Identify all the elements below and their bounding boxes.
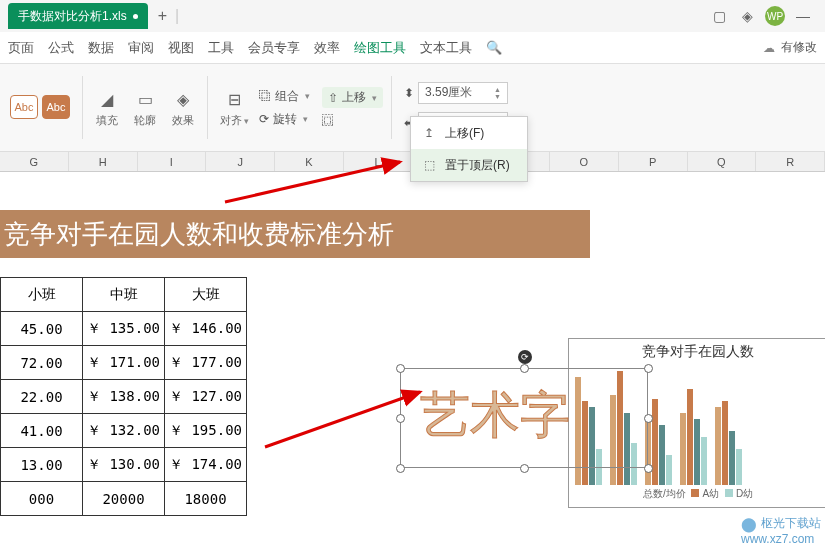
col-header[interactable]: O bbox=[550, 152, 619, 171]
table-header[interactable]: 小班 bbox=[1, 278, 83, 312]
file-tab[interactable]: 手数据对比分析1.xls bbox=[8, 3, 148, 29]
rotate-button[interactable]: ⟳ 旋转▾ bbox=[259, 111, 310, 128]
wordart-text: 艺术字 bbox=[420, 382, 570, 449]
resize-handle[interactable] bbox=[396, 414, 405, 423]
sync-status: 有修改 bbox=[781, 39, 817, 56]
col-header[interactable]: P bbox=[619, 152, 688, 171]
resize-handle[interactable] bbox=[644, 364, 653, 373]
new-tab-button[interactable]: | bbox=[158, 7, 180, 25]
col-header[interactable]: K bbox=[275, 152, 344, 171]
unsaved-indicator-icon bbox=[133, 14, 138, 19]
col-header[interactable]: I bbox=[138, 152, 207, 171]
sheet-area[interactable]: 竞争对手在园人数和收费标准分析 小班 中班 大班 45.00￥ 135.00￥ … bbox=[0, 172, 825, 552]
menu-data[interactable]: 数据 bbox=[88, 39, 114, 57]
menu-page[interactable]: 页面 bbox=[8, 39, 34, 57]
selection-pane-button[interactable]: ⿴ bbox=[322, 114, 383, 128]
selection-pane-icon: ⿴ bbox=[322, 114, 334, 128]
data-table: 小班 中班 大班 45.00￥ 135.00￥ 146.00 72.00￥ 17… bbox=[0, 277, 247, 516]
resize-handle[interactable] bbox=[520, 464, 529, 473]
globe-icon bbox=[741, 516, 757, 532]
menu-bring-to-front[interactable]: ⬚ 置于顶层(R) bbox=[411, 149, 527, 181]
resize-handle[interactable] bbox=[520, 364, 529, 373]
fill-icon: ◢ bbox=[95, 87, 119, 111]
menu-draw-tools[interactable]: 绘图工具 bbox=[354, 39, 406, 57]
format-preset-solid[interactable]: Abc bbox=[42, 95, 70, 119]
col-header[interactable]: H bbox=[69, 152, 138, 171]
height-icon: ⬍ bbox=[404, 86, 414, 100]
resize-handle[interactable] bbox=[644, 414, 653, 423]
move-up-icon: ↥ bbox=[421, 125, 437, 141]
group-icon: ⿻ bbox=[259, 89, 271, 103]
cloud-icon bbox=[763, 41, 775, 55]
menubar: 页面 公式 数据 审阅 视图 工具 会员专享 效率 绘图工具 文本工具 🔍 有修… bbox=[0, 32, 825, 64]
format-preset-group: Abc Abc bbox=[6, 72, 74, 143]
table-row: 41.00￥ 132.00￥ 195.00 bbox=[1, 414, 247, 448]
bring-front-icon: ⬚ bbox=[421, 157, 437, 173]
watermark: 枢光下载站 www.xz7.com bbox=[741, 515, 821, 546]
resize-handle[interactable] bbox=[396, 364, 405, 373]
title-banner: 竞争对手在园人数和收费标准分析 bbox=[0, 210, 590, 258]
table-header[interactable]: 大班 bbox=[165, 278, 247, 312]
avatar[interactable]: WP bbox=[761, 2, 789, 30]
table-row: 13.00￥ 130.00￥ 174.00 bbox=[1, 448, 247, 482]
chart-title: 竞争对手在园人数 bbox=[569, 343, 825, 361]
menu-text-tools[interactable]: 文本工具 bbox=[420, 39, 472, 57]
rotate-handle[interactable]: ⟳ bbox=[518, 350, 532, 364]
outline-group[interactable]: ▭ 轮廓 bbox=[129, 72, 161, 143]
table-row: 0002000018000 bbox=[1, 482, 247, 516]
resize-handle[interactable] bbox=[644, 464, 653, 473]
menu-view[interactable]: 视图 bbox=[168, 39, 194, 57]
col-header[interactable]: G bbox=[0, 152, 69, 171]
resize-handle[interactable] bbox=[396, 464, 405, 473]
format-preset-outline[interactable]: Abc bbox=[10, 95, 38, 119]
menu-tools[interactable]: 工具 bbox=[208, 39, 234, 57]
col-header[interactable]: L bbox=[344, 152, 413, 171]
fill-group[interactable]: ◢ 填充 bbox=[91, 72, 123, 143]
moveup-icon: ⇧ bbox=[328, 91, 338, 105]
titlebar: 手数据对比分析1.xls | ▢ ◈ WP — bbox=[0, 0, 825, 32]
rotate-icon: ⟳ bbox=[259, 112, 269, 126]
table-header[interactable]: 中班 bbox=[83, 278, 165, 312]
align-icon: ⊟ bbox=[223, 87, 247, 111]
col-header[interactable]: R bbox=[756, 152, 825, 171]
chart-legend: 总数/均价 A幼 D幼 bbox=[569, 487, 825, 501]
align-group[interactable]: ⊟ 对齐▾ bbox=[216, 72, 253, 143]
cube-icon[interactable]: ◈ bbox=[733, 2, 761, 30]
minimize-button[interactable]: — bbox=[789, 2, 817, 30]
moveup-dropdown: ↥ 上移(F) ⬚ 置于顶层(R) bbox=[410, 116, 528, 182]
height-input[interactable]: 3.59厘米 ▲▼ bbox=[418, 82, 508, 104]
menu-move-up[interactable]: ↥ 上移(F) bbox=[411, 117, 527, 149]
effect-icon: ◈ bbox=[171, 87, 195, 111]
table-row: 22.00￥ 138.00￥ 127.00 bbox=[1, 380, 247, 414]
col-header[interactable]: J bbox=[206, 152, 275, 171]
menu-review[interactable]: 审阅 bbox=[128, 39, 154, 57]
menu-efficiency[interactable]: 效率 bbox=[314, 39, 340, 57]
search-icon[interactable]: 🔍 bbox=[486, 40, 502, 55]
file-tab-label: 手数据对比分析1.xls bbox=[18, 8, 127, 25]
group-button[interactable]: ⿻ 组合▾ bbox=[259, 88, 310, 105]
table-row: 45.00￥ 135.00￥ 146.00 bbox=[1, 312, 247, 346]
moveup-button[interactable]: ⇧ 上移▾ bbox=[322, 87, 383, 108]
col-header[interactable]: Q bbox=[688, 152, 757, 171]
menu-formula[interactable]: 公式 bbox=[48, 39, 74, 57]
effect-group[interactable]: ◈ 效果 bbox=[167, 72, 199, 143]
window-copy-icon[interactable]: ▢ bbox=[705, 2, 733, 30]
outline-icon: ▭ bbox=[133, 87, 157, 111]
table-row: 72.00￥ 171.00￥ 177.00 bbox=[1, 346, 247, 380]
menu-member[interactable]: 会员专享 bbox=[248, 39, 300, 57]
table-row: 小班 中班 大班 bbox=[1, 278, 247, 312]
